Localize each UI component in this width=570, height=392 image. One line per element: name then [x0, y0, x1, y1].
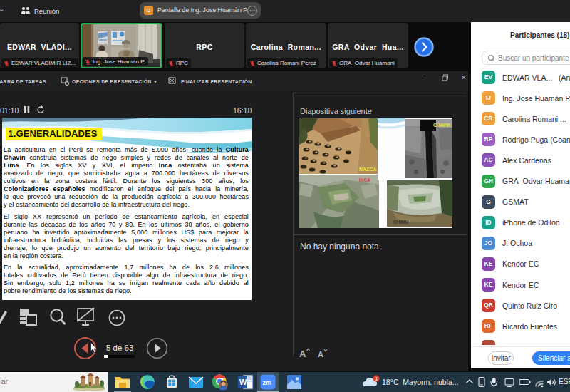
- svg-text:CHAVIN: CHAVIN: [433, 123, 451, 128]
- svg-text:A: A: [299, 349, 306, 359]
- svg-text:INCA: INCA: [359, 177, 370, 182]
- svg-text:CHIMU: CHIMU: [393, 220, 409, 225]
- svg-text:1: 1: [375, 376, 378, 381]
- svg-text:NAZCA: NAZCA: [359, 167, 377, 172]
- svg-text:W: W: [239, 378, 247, 386]
- svg-text:A: A: [318, 350, 323, 359]
- svg-text:zm: zm: [263, 379, 272, 386]
